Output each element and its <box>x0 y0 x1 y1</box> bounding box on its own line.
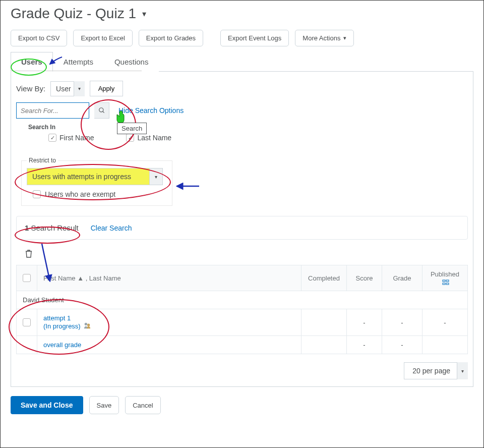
completed-cell <box>301 309 347 336</box>
svg-rect-4 <box>443 283 445 285</box>
score-cell: - <box>347 336 382 354</box>
restrict-to-group: Restrict to Users with attempts in progr… <box>21 157 172 206</box>
clear-search-link[interactable]: Clear Search <box>91 224 132 232</box>
chevron-down-icon[interactable]: ▾ <box>142 9 146 19</box>
search-result-count: 1 Search Result <box>25 223 79 232</box>
attempt-link[interactable]: attempt 1 <box>43 314 71 322</box>
col-published: Published <box>422 265 468 291</box>
trash-icon <box>25 250 32 258</box>
select-all-checkbox[interactable] <box>23 274 31 282</box>
overall-grade-link[interactable]: overall grade <box>43 341 81 349</box>
table-row: attempt 1 (In progress) - - - <box>17 309 468 336</box>
svg-point-0 <box>99 108 103 112</box>
exempt-checkbox[interactable] <box>33 190 41 198</box>
table-row: overall grade - - <box>17 336 468 354</box>
view-by-select[interactable]: User ▾ <box>50 81 85 96</box>
grade-cell: - <box>382 336 422 354</box>
restrict-to-select[interactable]: Users with attempts in progress ▾ <box>27 168 163 185</box>
grade-cell: - <box>382 309 422 336</box>
svg-rect-5 <box>446 283 449 285</box>
score-cell: - <box>347 309 382 336</box>
more-actions-label: More Actions <box>302 34 340 42</box>
published-cell: - <box>422 309 468 336</box>
hide-search-options-link[interactable]: Hide Search Options <box>118 106 184 115</box>
svg-rect-2 <box>443 280 445 282</box>
svg-rect-3 <box>446 280 449 282</box>
save-and-close-button[interactable]: Save and Close <box>11 396 83 414</box>
export-excel-button[interactable]: Export to Excel <box>73 30 132 46</box>
tab-underline <box>11 71 142 71</box>
svg-line-1 <box>102 111 104 113</box>
results-table: First Name ▲ , Last Name Completed Score… <box>16 265 468 354</box>
published-label: Published <box>431 270 459 278</box>
restrict-to-legend: Restrict to <box>27 157 58 164</box>
last-name-label: Last Name <box>137 134 171 142</box>
tab-questions[interactable]: Questions <box>104 52 159 72</box>
view-by-label: View By: <box>16 84 45 93</box>
tabs: Users Attempts Questions <box>11 51 473 71</box>
impersonate-icon[interactable] <box>84 322 91 330</box>
row-checkbox[interactable] <box>23 318 31 326</box>
first-name-label: First Name <box>59 134 94 142</box>
per-page-select[interactable]: 20 per page ▾ <box>404 362 468 379</box>
col-score: Score <box>347 265 382 291</box>
export-grades-button[interactable]: Export to Grades <box>139 30 203 46</box>
chevron-down-icon: ▾ <box>343 35 346 41</box>
first-name-checkbox[interactable]: First Name <box>48 134 94 142</box>
svg-point-7 <box>87 324 90 326</box>
exempt-label: Users who are exempt <box>45 190 115 198</box>
chevron-down-icon: ▾ <box>74 81 85 96</box>
page-title: Grade Quiz - Quiz 1 ▾ <box>1 1 483 28</box>
chevron-down-icon: ▾ <box>149 169 162 185</box>
page-title-text: Grade Quiz - Quiz 1 <box>11 6 136 22</box>
delete-button[interactable] <box>25 250 468 260</box>
checkbox-icon <box>48 134 56 142</box>
search-tooltip: Search <box>117 123 147 134</box>
checkbox-icon <box>126 134 134 142</box>
tab-users[interactable]: Users <box>11 52 53 72</box>
col-name[interactable]: First Name ▲ , Last Name <box>37 265 301 291</box>
chevron-down-icon: ▾ <box>457 362 468 379</box>
student-name-row: David Student <box>17 291 468 309</box>
more-actions-button[interactable]: More Actions ▾ <box>295 30 354 46</box>
col-grade: Grade <box>382 265 422 291</box>
search-in-label: Search In <box>28 124 468 131</box>
search-button[interactable] <box>94 102 109 119</box>
search-input[interactable] <box>16 102 89 119</box>
attempt-status: (In progress) <box>43 322 81 330</box>
last-name-checkbox[interactable]: Last Name <box>126 134 171 142</box>
apply-button[interactable]: Apply <box>90 81 124 96</box>
export-csv-button[interactable]: Export to CSV <box>11 30 67 46</box>
cancel-button[interactable]: Cancel <box>125 396 160 414</box>
action-toolbar: Export to CSV Export to Excel Export to … <box>1 28 483 51</box>
published-icon[interactable] <box>442 279 449 286</box>
select-all-header <box>17 265 37 291</box>
svg-point-6 <box>84 323 87 325</box>
result-suffix: Search Result <box>29 223 78 232</box>
col-completed: Completed <box>301 265 347 291</box>
search-icon <box>98 107 105 114</box>
save-button[interactable]: Save <box>89 396 119 414</box>
export-event-logs-button[interactable]: Export Event Logs <box>220 30 289 46</box>
tab-attempts[interactable]: Attempts <box>53 52 104 72</box>
restrict-value: Users with attempts in progress <box>32 173 131 181</box>
